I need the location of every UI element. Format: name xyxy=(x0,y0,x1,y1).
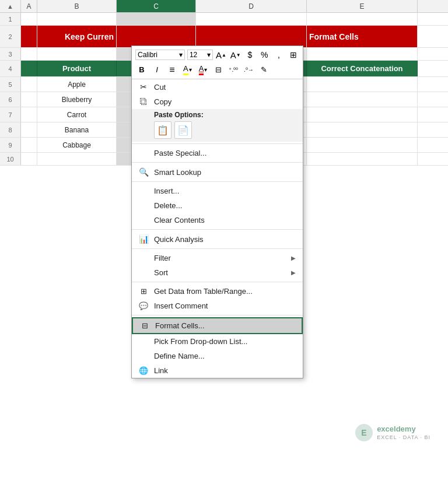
col-header-a[interactable]: A xyxy=(21,0,37,12)
clear-contents-menu-item[interactable]: Clear Contents xyxy=(132,213,303,227)
insert-label: Insert... xyxy=(154,187,296,195)
percent-button[interactable]: % xyxy=(258,48,271,61)
paste-options-label: Paste Options: xyxy=(154,111,298,119)
link-menu-item[interactable]: 🌐 Link xyxy=(132,363,303,378)
cell-2a[interactable] xyxy=(21,26,37,47)
cell-9e[interactable] xyxy=(307,138,418,152)
get-data-menu-item[interactable]: ⊞ Get Data from Table/Range... xyxy=(132,284,303,299)
cell-5b[interactable]: Apple xyxy=(37,77,117,92)
cell-7e[interactable] xyxy=(307,107,418,122)
filter-menu-item[interactable]: Filter ▶ xyxy=(132,251,303,265)
pick-dropdown-label: Pick From Drop-down List... xyxy=(154,337,296,346)
font-size-dropdown[interactable]: 12 ▾ xyxy=(187,50,213,60)
delete-menu-item[interactable]: Delete... xyxy=(132,198,303,213)
mini-toolbar: Calibri ▾ 12 ▾ A▲ A▼ $ % , ⊞ B I ≡ A xyxy=(132,46,303,79)
insert-comment-menu-item[interactable]: 💬 Insert Comment xyxy=(132,299,303,313)
cell-6e[interactable] xyxy=(307,92,418,107)
cell-9a[interactable] xyxy=(21,138,37,152)
cell-4a[interactable] xyxy=(21,61,37,76)
cell-1e[interactable] xyxy=(307,13,418,25)
cell-5e[interactable] xyxy=(307,77,418,92)
cut-menu-item[interactable]: ✂ Cut xyxy=(132,79,303,94)
cell-1b[interactable] xyxy=(37,13,117,25)
sort-label: Sort xyxy=(154,268,291,277)
insert-comment-icon: 💬 xyxy=(136,301,150,310)
delete-label: Delete... xyxy=(154,201,296,210)
grow-font-button[interactable]: A▲ xyxy=(215,48,228,61)
cell-10b[interactable] xyxy=(37,153,117,165)
row-num-7: 7 xyxy=(0,107,21,122)
row-num-1: 1 xyxy=(0,13,21,25)
sort-menu-item[interactable]: Sort ▶ xyxy=(132,265,303,280)
cell-2c[interactable] xyxy=(117,26,196,47)
cell-1d[interactable] xyxy=(196,13,307,25)
column-header-row: ▲ A B C D E xyxy=(0,0,448,13)
define-name-label: Define Name... xyxy=(154,352,296,360)
col-header-b[interactable]: B xyxy=(37,0,117,12)
cell-5a[interactable] xyxy=(21,77,37,92)
row-2: 2 Keep Curren Format Cells xyxy=(0,26,448,48)
merge-center-button[interactable]: ⊟ xyxy=(212,64,225,76)
cell-6a[interactable] xyxy=(21,92,37,107)
cell-1c[interactable] xyxy=(117,13,196,25)
get-data-icon: ⊞ xyxy=(136,287,150,296)
decrease-decimal-button[interactable]: .⁰→ xyxy=(242,64,255,76)
cell-8e[interactable] xyxy=(307,122,418,137)
cell-2e[interactable]: Format Cells xyxy=(307,26,418,47)
separator-5 xyxy=(132,248,303,249)
paste-icons-row: 📋 📄 xyxy=(154,121,298,139)
separator-3 xyxy=(132,181,303,182)
cell-1a[interactable] xyxy=(21,13,37,25)
paste-icon-1[interactable]: 📋 xyxy=(154,121,172,139)
cell-8a[interactable] xyxy=(21,122,37,137)
copy-menu-item[interactable]: ⿻ Copy xyxy=(132,94,303,109)
currency-button[interactable]: $ xyxy=(244,48,256,61)
cell-4b[interactable]: Product xyxy=(37,61,117,76)
cut-icon: ✂ xyxy=(136,82,150,92)
sort-arrow: ▶ xyxy=(291,269,296,276)
cell-9b[interactable]: Cabbage xyxy=(37,138,117,152)
cell-7a[interactable] xyxy=(21,107,37,122)
cell-10a[interactable] xyxy=(21,153,37,165)
cell-3e[interactable] xyxy=(307,48,418,60)
cell-4e[interactable]: Correct Concatenation xyxy=(307,61,418,76)
cell-3a[interactable] xyxy=(21,48,37,60)
col-header-d[interactable]: D xyxy=(196,0,307,12)
filter-arrow: ▶ xyxy=(291,255,296,261)
highlight-color-button[interactable]: A ▾ xyxy=(181,63,194,76)
cell-10e[interactable] xyxy=(307,153,418,165)
align-button[interactable]: ≡ xyxy=(166,64,178,76)
clear-contents-label: Clear Contents xyxy=(154,216,296,225)
bold-button[interactable]: B xyxy=(135,64,148,76)
format-painter-button[interactable]: ✎ xyxy=(257,64,270,76)
get-data-label: Get Data from Table/Range... xyxy=(154,287,296,296)
format-cells-menu-item[interactable]: ⊟ Format Cells... xyxy=(132,317,303,334)
cell-7b[interactable]: Carrot xyxy=(37,107,117,122)
filter-label: Filter xyxy=(154,254,291,262)
separator-7 xyxy=(132,315,303,315)
col-header-c[interactable]: C xyxy=(117,0,196,12)
paste-icon-2[interactable]: 📄 xyxy=(174,121,192,139)
font-color-button[interactable]: A ▾ xyxy=(197,63,210,76)
font-dropdown[interactable]: Calibri ▾ xyxy=(135,50,185,60)
cell-8b[interactable]: Banana xyxy=(37,122,117,137)
link-label: Link xyxy=(154,366,296,375)
define-name-menu-item[interactable]: Define Name... xyxy=(132,349,303,363)
paste-options-section: Paste Options: 📋 📄 xyxy=(132,109,303,142)
cell-6b[interactable]: Blueberry xyxy=(37,92,117,107)
watermark: E exceldemy EXCEL · DATA · BI xyxy=(355,423,430,442)
cell-2b[interactable]: Keep Curren xyxy=(37,26,117,47)
increase-decimal-button[interactable]: ⁺.⁰⁰ xyxy=(227,64,240,76)
italic-button[interactable]: I xyxy=(150,64,163,76)
paste-special-menu-item[interactable]: Paste Special... xyxy=(132,146,303,160)
col-header-e[interactable]: E xyxy=(307,0,418,12)
shrink-font-button[interactable]: A▼ xyxy=(229,48,242,61)
cell-2d[interactable] xyxy=(196,26,307,47)
pick-dropdown-menu-item[interactable]: Pick From Drop-down List... xyxy=(132,334,303,349)
cell-3b[interactable] xyxy=(37,48,117,60)
comma-button[interactable]: , xyxy=(273,48,285,61)
border-button[interactable]: ⊞ xyxy=(287,48,299,61)
quick-analysis-menu-item[interactable]: 📊 Quick Analysis xyxy=(132,232,303,247)
insert-menu-item[interactable]: Insert... xyxy=(132,184,303,198)
smart-lookup-menu-item[interactable]: 🔍 Smart Lookup xyxy=(132,164,303,180)
